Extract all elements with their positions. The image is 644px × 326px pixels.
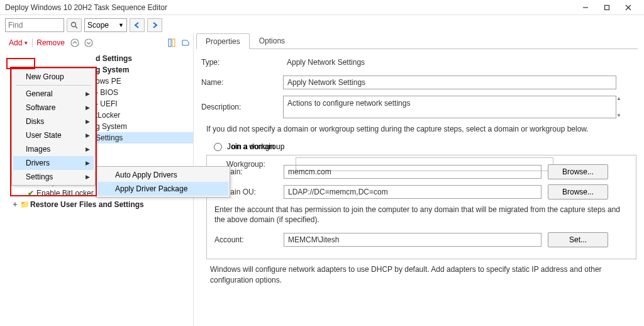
chevron-right-icon: ▶ bbox=[86, 132, 90, 138]
search-icon[interactable] bbox=[67, 18, 82, 32]
check-icon: ✔ bbox=[25, 189, 36, 198]
toolbar: Scope▼ bbox=[0, 15, 644, 33]
scope-select[interactable]: Scope▼ bbox=[84, 18, 127, 32]
find-input[interactable] bbox=[5, 18, 64, 32]
svg-rect-1 bbox=[605, 5, 609, 9]
svg-point-4 bbox=[72, 23, 76, 27]
menu-user-state[interactable]: User State▶ bbox=[13, 128, 94, 142]
forward-button[interactable] bbox=[147, 18, 162, 32]
scroll-icon[interactable]: ▲▼ bbox=[616, 96, 628, 118]
set-account-button[interactable]: Set... bbox=[548, 232, 608, 247]
menu-disks[interactable]: Disks▶ bbox=[13, 115, 94, 128]
browse-domain-button[interactable]: Browse... bbox=[548, 164, 608, 179]
tree-item-selected[interactable]: Settings bbox=[94, 132, 193, 143]
maximize-button[interactable] bbox=[596, 1, 618, 14]
type-value: Apply Network Settings bbox=[283, 55, 616, 69]
chevron-right-icon: ▶ bbox=[86, 118, 90, 125]
add-context-menu[interactable]: New Group General▶ Software▶ Disks▶ User… bbox=[11, 68, 96, 186]
tree-item[interactable]: d Settings bbox=[94, 53, 193, 64]
join-domain-text[interactable]: oin a domain bbox=[231, 142, 638, 151]
svg-point-6 bbox=[71, 39, 79, 47]
tree-item[interactable]: +📁Restore User Files and Settings bbox=[10, 199, 193, 210]
description-input[interactable]: Actions to configure network settings bbox=[283, 96, 616, 118]
domain-ou-input[interactable]: LDAP://DC=memcm,DC=com bbox=[284, 185, 541, 199]
tab-options[interactable]: Options bbox=[250, 33, 294, 48]
menu-general[interactable]: General▶ bbox=[13, 87, 94, 101]
svg-rect-8 bbox=[169, 39, 171, 47]
title-bar: Deploy Windows 10 20H2 Task Sequence Edi… bbox=[0, 0, 644, 15]
window-title: Deploy Windows 10 20H2 Task Sequence Edi… bbox=[5, 3, 575, 12]
account-note: Enter the account that has permission to… bbox=[214, 205, 628, 225]
domain-note: If you did not specify a domain or workg… bbox=[201, 125, 638, 133]
account-input[interactable]: MEMCM\Jitesh bbox=[284, 233, 541, 247]
chevron-right-icon: ▶ bbox=[86, 146, 90, 152]
menu-images[interactable]: Images▶ bbox=[13, 142, 94, 156]
tree-item[interactable]: g System bbox=[94, 64, 193, 76]
tab-bar: Properties Options bbox=[196, 33, 638, 49]
browse-ou-button[interactable]: Browse... bbox=[548, 184, 608, 200]
scope-label: Scope bbox=[87, 21, 109, 30]
chevron-right-icon: ▶ bbox=[86, 160, 90, 166]
tree-item[interactable]: g System bbox=[94, 121, 193, 132]
move-up-icon[interactable] bbox=[69, 37, 81, 49]
name-input[interactable]: Apply Network Settings bbox=[283, 76, 616, 89]
tab-properties[interactable]: Properties bbox=[196, 33, 250, 49]
properties-pane: Properties Options Type: Apply Network S… bbox=[194, 33, 644, 326]
svg-point-7 bbox=[85, 39, 92, 47]
tree-item[interactable]: - UEFI bbox=[94, 98, 193, 110]
name-label: Name: bbox=[201, 78, 283, 87]
svg-line-5 bbox=[75, 26, 77, 28]
chevron-right-icon: ▶ bbox=[86, 174, 90, 180]
tree-item[interactable]: ows PE bbox=[94, 76, 193, 87]
tree-actionbar: Add▼ Remove bbox=[0, 37, 193, 52]
remove-button[interactable]: Remove bbox=[34, 38, 67, 47]
submenu-apply-driver-package[interactable]: Apply Driver Package bbox=[97, 182, 228, 196]
tree-item[interactable]: tLocker bbox=[94, 110, 193, 121]
folder-icon: 📁 bbox=[19, 200, 30, 209]
radio-icon bbox=[214, 143, 222, 151]
close-button[interactable] bbox=[618, 1, 639, 14]
tree-item[interactable]: - BIOS bbox=[94, 87, 193, 98]
dhcp-note: Windows will configure network adapters … bbox=[201, 264, 638, 284]
add-button[interactable]: Add▼ bbox=[6, 38, 31, 47]
expand-icon[interactable]: + bbox=[11, 200, 19, 209]
drivers-submenu[interactable]: Auto Apply Drivers Apply Driver Package bbox=[96, 166, 230, 198]
svg-rect-9 bbox=[172, 39, 175, 47]
account-label: Account: bbox=[214, 235, 284, 244]
chevron-right-icon: ▶ bbox=[86, 104, 90, 111]
toolbar-icon-b[interactable] bbox=[180, 38, 191, 48]
chevron-down-icon: ▼ bbox=[118, 22, 124, 28]
domain-fieldset: Domain: memcm.com Browse... Domain OU: L… bbox=[206, 155, 636, 259]
menu-new-group[interactable]: New Group bbox=[13, 70, 94, 84]
description-label: Description: bbox=[201, 103, 283, 111]
minimize-button[interactable] bbox=[575, 1, 596, 14]
submenu-auto-apply-drivers[interactable]: Auto Apply Drivers bbox=[97, 168, 228, 182]
toolbar-icon-a[interactable] bbox=[167, 38, 177, 48]
menu-drivers[interactable]: Drivers▶ bbox=[13, 156, 94, 170]
domain-input[interactable]: memcm.com bbox=[284, 165, 541, 179]
type-label: Type: bbox=[201, 58, 283, 67]
menu-software[interactable]: Software▶ bbox=[13, 101, 94, 115]
move-down-icon[interactable] bbox=[82, 37, 95, 49]
menu-settings[interactable]: Settings▶ bbox=[13, 170, 94, 184]
back-button[interactable] bbox=[130, 18, 145, 32]
chevron-right-icon: ▶ bbox=[86, 91, 90, 97]
